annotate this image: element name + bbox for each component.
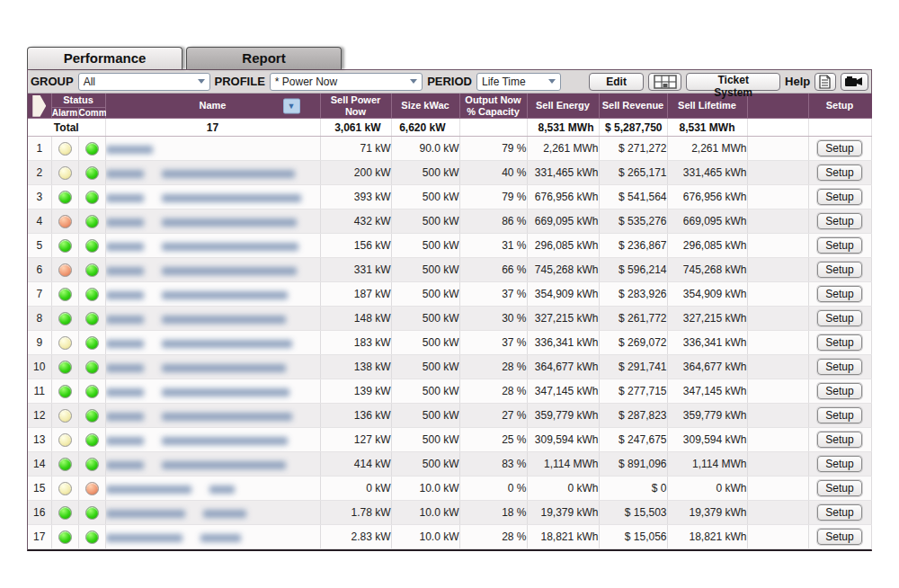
help-document-button[interactable] <box>814 73 836 91</box>
alarm-led <box>58 142 72 156</box>
table-row: 161.78 kW10.0 kW18 %19,379 kWh$ 15,50319… <box>28 501 871 525</box>
sell-energy-value: 336,341 kWh <box>527 331 599 355</box>
table-row: 9183 kW500 kW37 %336,341 kWh$ 269,072336… <box>28 331 871 355</box>
output-capacity-value: 27 % <box>459 404 527 428</box>
row-number: 14 <box>28 452 51 477</box>
group-select[interactable]: All <box>78 73 210 91</box>
total-output <box>459 119 527 137</box>
size-kwac-value: 500 kW <box>391 331 459 355</box>
redacted-text <box>162 267 297 275</box>
sell-lifetime-value: 347,145 kWh <box>667 379 747 404</box>
row-number: 15 <box>28 477 51 501</box>
setup-button[interactable]: Setup <box>817 262 861 278</box>
size-kwac-value: 500 kW <box>391 307 459 331</box>
row-number: 4 <box>28 209 51 234</box>
setup-button[interactable]: Setup <box>817 310 861 326</box>
edit-button[interactable]: Edit <box>589 73 644 91</box>
setup-button[interactable]: Setup <box>817 140 861 156</box>
spacer-cell <box>747 282 808 307</box>
redacted-text <box>162 170 295 178</box>
grid-view-icon <box>654 75 677 89</box>
site-name-redacted[interactable] <box>105 258 320 282</box>
redacted-text <box>209 486 235 494</box>
sell-revenue-value: $ 15,056 <box>599 525 667 549</box>
site-name-redacted[interactable] <box>105 137 320 161</box>
site-name-redacted[interactable] <box>105 307 320 331</box>
setup-button[interactable]: Setup <box>817 432 861 448</box>
tab-report[interactable]: Report <box>186 47 342 69</box>
size-kwac-value: 10.0 kW <box>391 501 459 525</box>
sell-lifetime-value: 676,956 kWh <box>667 185 747 209</box>
setup-button[interactable]: Setup <box>817 165 861 181</box>
name-header-label: Name <box>200 100 227 111</box>
table-row: 11139 kW500 kW28 %347,145 kWh$ 277,71534… <box>28 379 871 404</box>
sell-power-now-value: 71 kW <box>320 137 391 161</box>
sell-energy-value: 676,956 kWh <box>527 185 599 209</box>
spacer-cell <box>747 137 808 161</box>
setup-button[interactable]: Setup <box>817 529 861 545</box>
comm-status-cell <box>78 258 105 282</box>
alarm-status-cell <box>51 404 78 428</box>
site-name-redacted[interactable] <box>105 379 320 404</box>
size-kwac-value: 500 kW <box>391 209 459 234</box>
group-label: GROUP <box>31 75 74 88</box>
setup-button[interactable]: Setup <box>817 456 861 472</box>
alarm-led <box>58 191 72 204</box>
site-name-redacted[interactable] <box>105 331 320 355</box>
spacer-cell <box>747 452 808 477</box>
table-row: 3393 kW500 kW79 %676,956 kWh$ 541,564676… <box>28 185 871 209</box>
spacer-cell <box>747 209 808 234</box>
row-marker-header <box>28 94 51 119</box>
setup-cell: Setup <box>808 137 871 161</box>
setup-button[interactable]: Setup <box>817 334 861 351</box>
sell-power-now-value: 148 kW <box>320 307 391 331</box>
table-row: 5156 kW500 kW31 %296,085 kWh$ 236,867296… <box>28 234 871 258</box>
profile-select[interactable]: * Power Now <box>270 73 423 91</box>
setup-cell: Setup <box>808 161 871 185</box>
setup-button[interactable]: Setup <box>817 213 861 229</box>
total-sell-power: 3,061 kW <box>320 119 391 137</box>
site-name-redacted[interactable] <box>105 209 320 234</box>
row-number: 6 <box>28 258 51 282</box>
site-name-redacted[interactable] <box>105 525 320 549</box>
row-number: 1 <box>28 137 51 161</box>
period-select[interactable]: Life Time <box>476 73 561 91</box>
row-number: 16 <box>28 501 51 525</box>
sell-revenue-value: $ 535,276 <box>599 209 667 234</box>
ticket-system-button[interactable]: Ticket System <box>686 73 780 91</box>
site-name-redacted[interactable] <box>105 282 320 307</box>
redacted-text <box>106 388 144 396</box>
site-name-redacted[interactable] <box>105 355 320 379</box>
site-name-redacted[interactable] <box>105 452 320 477</box>
period-select-value: Life Time <box>482 76 526 88</box>
sell-power-now-value: 0 kW <box>320 477 391 501</box>
site-name-redacted[interactable] <box>105 428 320 452</box>
redacted-text <box>162 437 288 445</box>
site-name-redacted[interactable] <box>105 404 320 428</box>
setup-button[interactable]: Setup <box>817 286 861 302</box>
setup-button[interactable]: Setup <box>817 189 861 205</box>
setup-cell: Setup <box>808 525 871 549</box>
site-name-redacted[interactable] <box>105 161 320 185</box>
comm-status-cell <box>78 379 105 404</box>
site-name-redacted[interactable] <box>105 185 320 209</box>
setup-button[interactable]: Setup <box>817 480 861 496</box>
grid-view-button[interactable] <box>648 73 681 91</box>
sell-revenue-value: $ 247,675 <box>599 428 667 452</box>
help-video-button[interactable] <box>841 73 868 91</box>
sort-dropdown-icon[interactable]: ▼ <box>283 98 300 113</box>
setup-button[interactable]: Setup <box>817 237 861 254</box>
alarm-led <box>58 288 72 301</box>
setup-button[interactable]: Setup <box>817 407 861 423</box>
setup-button[interactable]: Setup <box>817 504 861 521</box>
setup-button[interactable]: Setup <box>817 383 861 399</box>
site-name-redacted[interactable] <box>105 234 320 258</box>
site-name-redacted[interactable] <box>105 477 320 501</box>
redacted-text <box>203 510 246 518</box>
spacer-cell <box>747 379 808 404</box>
tab-performance[interactable]: Performance <box>27 47 182 69</box>
spacer-cell <box>747 404 808 428</box>
sell-power-now-value: 432 kW <box>320 209 391 234</box>
site-name-redacted[interactable] <box>105 501 320 525</box>
setup-button[interactable]: Setup <box>817 359 861 375</box>
